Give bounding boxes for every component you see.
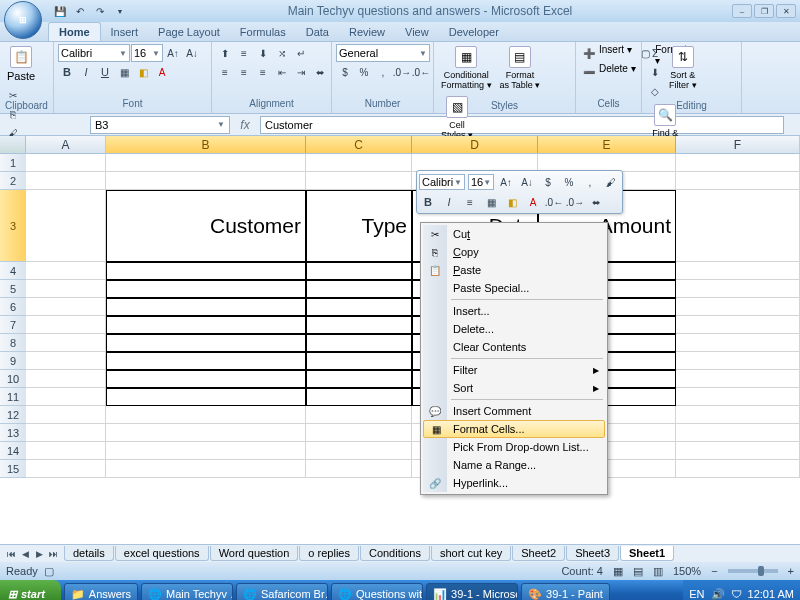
row-8[interactable]: 8 xyxy=(0,334,26,352)
view-break-icon[interactable]: ▥ xyxy=(653,565,663,578)
ctx-pick-list[interactable]: Pick From Drop-down List... xyxy=(423,438,605,456)
view-normal-icon[interactable]: ▦ xyxy=(613,565,623,578)
task-paint[interactable]: 🎨39-1 - Paint xyxy=(521,583,610,600)
underline-button[interactable]: U xyxy=(96,63,114,81)
grow-font-icon[interactable]: A↑ xyxy=(164,44,182,62)
row-3[interactable]: 3 xyxy=(0,190,26,262)
align-bottom-icon[interactable]: ⬇ xyxy=(254,44,272,62)
italic-button[interactable]: I xyxy=(77,63,95,81)
ctx-sort[interactable]: Sort▶ xyxy=(423,379,605,397)
conditional-formatting-button[interactable]: ▦Conditional Formatting ▾ xyxy=(438,44,495,92)
mini-fontcolor-icon[interactable]: A xyxy=(524,193,542,211)
restore-button[interactable]: ❐ xyxy=(754,4,774,18)
ctx-copy[interactable]: ⎘Copy xyxy=(423,243,605,261)
mini-merge-icon[interactable]: ⬌ xyxy=(587,193,605,211)
sheet-short-cut-key[interactable]: short cut key xyxy=(431,546,511,561)
task-safaricom[interactable]: 🌐Safaricom Br… xyxy=(236,583,328,600)
close-button[interactable]: ✕ xyxy=(776,4,796,18)
currency-icon[interactable]: $ xyxy=(336,63,354,81)
fx-icon[interactable]: fx xyxy=(236,116,254,134)
mini-grow-icon[interactable]: A↑ xyxy=(497,173,515,191)
col-A[interactable]: A xyxy=(26,136,106,153)
decrease-indent-icon[interactable]: ⇤ xyxy=(273,63,291,81)
tab-insert[interactable]: Insert xyxy=(101,23,149,41)
orientation-icon[interactable]: ⤭ xyxy=(273,44,291,62)
row-11[interactable]: 11 xyxy=(0,388,26,406)
ctx-clear-contents[interactable]: Clear Contents xyxy=(423,338,605,356)
delete-cells-button[interactable]: ➖Delete ▾ xyxy=(580,63,636,81)
sort-filter-button[interactable]: ⇅Sort & Filter ▾ xyxy=(666,44,700,92)
mini-shrink-icon[interactable]: A↓ xyxy=(518,173,536,191)
ctx-paste[interactable]: 📋Paste xyxy=(423,261,605,279)
sheet-word-question[interactable]: Word question xyxy=(210,546,299,561)
col-F[interactable]: F xyxy=(676,136,800,153)
row-2[interactable]: 2 xyxy=(0,172,26,190)
autosum-icon[interactable]: Σ xyxy=(646,44,664,62)
sheet-excel-questions[interactable]: excel questions xyxy=(115,546,209,561)
border-button[interactable]: ▦ xyxy=(115,63,133,81)
row-7[interactable]: 7 xyxy=(0,316,26,334)
mini-size-combo[interactable]: 16▼ xyxy=(468,174,494,190)
font-color-button[interactable]: A xyxy=(153,63,171,81)
tray-volume-icon[interactable]: 🔊 xyxy=(711,588,725,601)
mini-comma-icon[interactable]: , xyxy=(581,173,599,191)
task-answers[interactable]: 📁Answers xyxy=(64,583,138,600)
formula-input[interactable]: Customer xyxy=(260,116,784,134)
sheet-nav-first-icon[interactable]: ⏮ xyxy=(4,547,18,561)
decrease-decimal-icon[interactable]: .0← xyxy=(412,63,430,81)
sheet-sheet1[interactable]: Sheet1 xyxy=(620,546,674,561)
row-12[interactable]: 12 xyxy=(0,406,26,424)
sheet-nav-last-icon[interactable]: ⏭ xyxy=(46,547,60,561)
tab-home[interactable]: Home xyxy=(48,22,101,41)
row-14[interactable]: 14 xyxy=(0,442,26,460)
mini-border-icon[interactable]: ▦ xyxy=(482,193,500,211)
percent-icon[interactable]: % xyxy=(355,63,373,81)
save-icon[interactable]: 💾 xyxy=(52,3,68,19)
align-left-icon[interactable]: ≡ xyxy=(216,63,234,81)
fill-color-button[interactable]: ◧ xyxy=(134,63,152,81)
cell-C3[interactable]: Type xyxy=(306,190,412,262)
qat-more-icon[interactable]: ▼ xyxy=(112,3,128,19)
tray-network-icon[interactable]: 🛡 xyxy=(731,588,742,600)
mini-percent-icon[interactable]: % xyxy=(560,173,578,191)
mini-italic-icon[interactable]: I xyxy=(440,193,458,211)
ctx-hyperlink[interactable]: 🔗Hyperlink... xyxy=(423,474,605,492)
sheet-sheet3[interactable]: Sheet3 xyxy=(566,546,619,561)
start-button[interactable]: ⊞start xyxy=(0,580,61,600)
row-9[interactable]: 9 xyxy=(0,352,26,370)
ctx-format-cells[interactable]: ▦Format Cells... xyxy=(423,420,605,438)
increase-indent-icon[interactable]: ⇥ xyxy=(292,63,310,81)
col-C[interactable]: C xyxy=(306,136,412,153)
undo-icon[interactable]: ↶ xyxy=(72,3,88,19)
mini-align-icon[interactable]: ≡ xyxy=(461,193,479,211)
minimize-button[interactable]: – xyxy=(732,4,752,18)
macro-record-icon[interactable]: ▢ xyxy=(44,565,54,578)
cell-B4[interactable] xyxy=(106,262,306,280)
tab-review[interactable]: Review xyxy=(339,23,395,41)
ctx-delete[interactable]: Delete... xyxy=(423,320,605,338)
mini-dec-icon[interactable]: .0← xyxy=(545,193,563,211)
wrap-text-icon[interactable]: ↵ xyxy=(292,44,310,62)
cell-B3[interactable]: Customer xyxy=(106,190,306,262)
worksheet-grid[interactable]: A B C D E F 1 2 3 4 5 6 7 8 9 10 11 12 1… xyxy=(0,136,800,544)
tab-page-layout[interactable]: Page Layout xyxy=(148,23,230,41)
tab-formulas[interactable]: Formulas xyxy=(230,23,296,41)
mini-inc-icon[interactable]: .0→ xyxy=(566,193,584,211)
sheet-nav-next-icon[interactable]: ▶ xyxy=(32,547,46,561)
mini-font-combo[interactable]: Calibri▼ xyxy=(419,174,465,190)
tab-data[interactable]: Data xyxy=(296,23,339,41)
task-excel[interactable]: 📊39-1 - Microsof… xyxy=(426,583,518,600)
office-button[interactable]: ⊞ xyxy=(4,1,42,39)
bold-button[interactable]: B xyxy=(58,63,76,81)
select-all-corner[interactable] xyxy=(0,136,26,153)
zoom-in-icon[interactable]: + xyxy=(788,565,794,577)
align-right-icon[interactable]: ≡ xyxy=(254,63,272,81)
tab-developer[interactable]: Developer xyxy=(439,23,509,41)
font-size-combo[interactable]: 16▼ xyxy=(131,44,163,62)
row-13[interactable]: 13 xyxy=(0,424,26,442)
align-center-icon[interactable]: ≡ xyxy=(235,63,253,81)
tab-view[interactable]: View xyxy=(395,23,439,41)
zoom-slider[interactable] xyxy=(728,569,778,573)
ctx-paste-special[interactable]: Paste Special... xyxy=(423,279,605,297)
insert-cells-button[interactable]: ➕Insert ▾ xyxy=(580,44,632,62)
